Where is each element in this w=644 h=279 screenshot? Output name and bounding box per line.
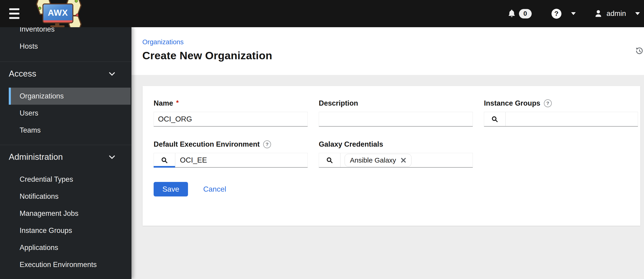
- search-icon: [491, 115, 499, 123]
- user-name: admin: [607, 10, 626, 18]
- notifications-button[interactable]: 0: [507, 9, 532, 18]
- instance-groups-input[interactable]: [506, 112, 638, 126]
- sidebar-section-access: Access Organizations Users Teams: [0, 62, 132, 139]
- default-execution-environment-field-group: Default Execution Environment: [154, 140, 308, 168]
- sidebar-section-toggle-access[interactable]: Access: [0, 62, 132, 86]
- remove-credential-chip-button[interactable]: [401, 158, 406, 163]
- chevron-down-icon: [635, 12, 640, 15]
- logo-node-dot: [76, 14, 79, 16]
- sidebar-item-inventories[interactable]: Inventories: [9, 27, 130, 38]
- content-band: Name * Description Instance Groups: [132, 86, 644, 279]
- name-field-group: Name *: [154, 99, 308, 126]
- search-icon: [160, 156, 168, 164]
- brand-text: AWX: [43, 8, 72, 18]
- search-icon: [326, 156, 334, 164]
- question-circle-icon: [552, 9, 562, 19]
- instance-groups-field-group: Instance Groups: [484, 99, 638, 126]
- logo-node-dot: [38, 7, 41, 10]
- description-field-group: Description: [319, 99, 473, 126]
- sidebar-section-administration: Administration Credential Types Notifica…: [0, 145, 132, 273]
- masthead-toolbar: 0 admin: [507, 9, 644, 19]
- sidebar-item-notifications[interactable]: Notifications: [9, 188, 130, 205]
- sidebar-item-applications[interactable]: Applications: [9, 239, 130, 256]
- help-menu-button[interactable]: [552, 9, 576, 19]
- galaxy-credentials-field-group: Galaxy Credentials Ansible Galaxy: [319, 140, 473, 168]
- logo-monitor: AWX: [42, 4, 73, 23]
- name-label: Name: [154, 99, 173, 108]
- description-input[interactable]: [319, 112, 473, 126]
- sidebar-item-organizations[interactable]: Organizations: [9, 88, 130, 105]
- name-input[interactable]: [154, 112, 308, 126]
- default-execution-environment-label: Default Execution Environment: [154, 140, 260, 148]
- sidebar-item-hosts[interactable]: Hosts: [9, 38, 130, 55]
- galaxy-credentials-label: Galaxy Credentials: [319, 140, 383, 148]
- sidebar-item-teams[interactable]: Teams: [9, 122, 130, 139]
- page-header: Organizations Create New Organization: [132, 27, 644, 75]
- nav-toggle-button[interactable]: [9, 6, 24, 21]
- breadcrumb-organizations-link[interactable]: Organizations: [142, 38, 184, 46]
- description-label: Description: [319, 99, 358, 108]
- default-execution-environment-help-icon[interactable]: [263, 140, 271, 148]
- close-icon: [401, 158, 406, 163]
- chevron-down-icon: [109, 155, 115, 159]
- history-icon: [635, 46, 644, 55]
- save-button[interactable]: Save: [154, 182, 188, 196]
- sidebar-nav: Inventories Hosts Access Organizations U…: [0, 27, 132, 279]
- cancel-button[interactable]: Cancel: [203, 185, 226, 194]
- view-history-button[interactable]: [635, 46, 644, 56]
- credential-chip-label: Ansible Galaxy: [350, 156, 396, 164]
- organization-form-card: Name * Description Instance Groups: [142, 86, 640, 226]
- instance-groups-lookup-button[interactable]: [484, 112, 506, 126]
- bell-icon: [507, 9, 516, 18]
- instance-groups-help-icon[interactable]: [544, 100, 552, 107]
- chevron-down-icon: [571, 12, 576, 15]
- credential-chip: Ansible Galaxy: [344, 154, 412, 167]
- sidebar-item-instance-groups[interactable]: Instance Groups: [9, 222, 130, 239]
- notification-count-badge: 0: [519, 9, 532, 18]
- sidebar-item-users[interactable]: Users: [9, 105, 130, 122]
- awx-logo[interactable]: AWX: [36, 0, 84, 27]
- main-content: Organizations Create New Organization Na…: [132, 27, 644, 279]
- galaxy-credentials-lookup-button[interactable]: [319, 153, 340, 167]
- required-asterisk: *: [176, 99, 178, 106]
- sidebar-item-management-jobs[interactable]: Management Jobs: [9, 205, 130, 222]
- sidebar-item-credential-types[interactable]: Credential Types: [9, 171, 130, 188]
- sidebar-item-execution-environments[interactable]: Execution Environments: [9, 256, 130, 273]
- user-menu-button[interactable]: admin: [594, 9, 640, 18]
- page-title: Create New Organization: [142, 49, 644, 62]
- chevron-down-icon: [109, 72, 115, 76]
- masthead: AWX 0 admin: [0, 0, 644, 27]
- default-execution-environment-lookup-button[interactable]: [154, 153, 175, 167]
- galaxy-credentials-chip-area[interactable]: Ansible Galaxy: [340, 153, 472, 167]
- instance-groups-label: Instance Groups: [484, 99, 540, 108]
- user-icon: [594, 9, 603, 18]
- hamburger-icon: [9, 8, 20, 10]
- default-execution-environment-input[interactable]: [175, 153, 308, 167]
- form-actions: Save Cancel: [154, 182, 473, 196]
- create-organization-form: Name * Description Instance Groups: [154, 99, 638, 196]
- breadcrumb: Organizations: [142, 38, 644, 46]
- sidebar-section-toggle-administration[interactable]: Administration: [0, 145, 132, 169]
